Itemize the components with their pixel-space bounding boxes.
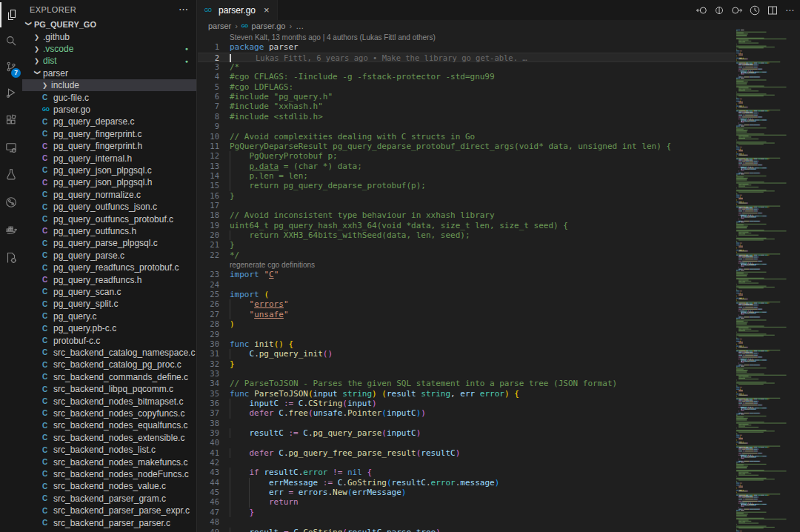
- tree-file-pg_query_deparse.c[interactable]: Cpg_query_deparse.c: [22, 116, 196, 127]
- tree-folder-include[interactable]: ❯include: [22, 79, 196, 91]
- line-number: 40: [198, 438, 219, 448]
- tree-file-guc-file.c[interactable]: Cguc-file.c: [22, 91, 196, 103]
- tree-folder-.vscode[interactable]: ❯.vscode●: [22, 43, 196, 55]
- minimap[interactable]: [736, 30, 800, 532]
- code-line: inputC := C.CString(input): [230, 399, 377, 408]
- line-number: 24: [198, 280, 219, 290]
- tree-file-src_backend_commands_define.c[interactable]: Csrc_backend_commands_define.c: [22, 371, 196, 383]
- activity-gitlens-icon[interactable]: [0, 190, 22, 215]
- tree-file-pg_query_split.c[interactable]: Cpg_query_split.c: [22, 298, 196, 310]
- tree-file-protobuf-c.c[interactable]: Cprotobuf-c.c: [22, 334, 196, 346]
- tree-file-src_backend_libpq_pqcomm.c[interactable]: Csrc_backend_libpq_pqcomm.c: [22, 383, 196, 395]
- tree-file-pg_query.c[interactable]: Cpg_query.c: [22, 310, 196, 322]
- code-row: 22*/: [198, 250, 736, 260]
- line-number: 28: [198, 319, 219, 329]
- code-row: 36 inputC := C.CString(input): [198, 399, 736, 408]
- tree-file-src_backend_nodes_nodeFuncs.c[interactable]: Csrc_backend_nodes_nodeFuncs.c: [22, 468, 196, 480]
- tree-root-pg-query-go[interactable]: ❯PG_QUERY_GO: [22, 19, 196, 30]
- item-label: src_backend_nodes_nodeFuncs.c: [53, 469, 189, 479]
- tree-file-src_backend_parser_parser.c[interactable]: Csrc_backend_parser_parser.c: [22, 516, 196, 528]
- tree-file-src_backend_nodes_equalfuncs.c[interactable]: Csrc_backend_nodes_equalfuncs.c: [22, 419, 196, 431]
- tree-file-src_backend_catalog_namespace.c[interactable]: Csrc_backend_catalog_namespace.c: [22, 347, 196, 359]
- line-number: 4: [198, 72, 219, 82]
- code-row: 13 p.data = (char *) data;: [198, 162, 736, 171]
- activity-extensions-icon[interactable]: [0, 107, 22, 133]
- more-actions-icon[interactable]: ⋯: [179, 4, 189, 15]
- c-file-icon: C: [42, 494, 53, 502]
- tree-file-pg_query_json_plpgsql.h[interactable]: Cpg_query_json_plpgsql.h: [22, 176, 196, 188]
- tree-folder-parser[interactable]: ❯parser: [22, 67, 196, 79]
- tree-file-pg_query.pb-c.c[interactable]: Cpg_query.pb-c.c: [22, 322, 196, 334]
- code-row: 29: [198, 330, 736, 339]
- tree-file-parser.go[interactable]: GOparser.go: [22, 104, 196, 116]
- code-line: resultC := C.pg_query_parse(inputC): [230, 428, 421, 438]
- tree-file-src_backend_parser_gram.c[interactable]: Csrc_backend_parser_gram.c: [22, 493, 196, 505]
- codelens-link[interactable]: regenerate cgo definitions: [230, 260, 315, 270]
- tree-file-src_backend_nodes_extensible.c[interactable]: Csrc_backend_nodes_extensible.c: [22, 432, 196, 444]
- line-number: 48: [198, 517, 219, 527]
- item-label: pg_query.c: [53, 311, 96, 322]
- tree-file-pg_query_outfuncs.h[interactable]: Cpg_query_outfuncs.h: [22, 225, 196, 237]
- tree-file-pg_query_json_plpgsql.c[interactable]: Cpg_query_json_plpgsql.c: [22, 164, 196, 176]
- tree-file-pg_query_internal.h[interactable]: Cpg_query_internal.h: [22, 152, 196, 164]
- open-changes-previous-icon[interactable]: [694, 3, 708, 17]
- activity-remote-explorer-icon[interactable]: [0, 135, 22, 160]
- tree-file-pg_query_parse.c[interactable]: Cpg_query_parse.c: [22, 250, 196, 262]
- tree-file-pg_query_parse_plpgsql.c[interactable]: Cpg_query_parse_plpgsql.c: [22, 237, 196, 249]
- activity-source-control-icon[interactable]: 7: [0, 54, 22, 79]
- code-row: 45 err = errors.New(errMessage): [198, 488, 736, 497]
- tree-file-src_backend_nodes_makefuncs.c[interactable]: Csrc_backend_nodes_makefuncs.c: [22, 456, 196, 468]
- split-editor-icon[interactable]: [765, 3, 779, 17]
- tree-file-src_backend_nodes_list.c[interactable]: Csrc_backend_nodes_list.c: [22, 444, 196, 456]
- activity-explorer-icon[interactable]: [0, 2, 22, 27]
- breadcrumb-file[interactable]: parser.go: [252, 21, 286, 30]
- tree-folder-dist[interactable]: ❯dist●: [22, 55, 196, 67]
- tree-file-src_backend_catalog_pg_proc.c[interactable]: Csrc_backend_catalog_pg_proc.c: [22, 359, 196, 370]
- activity-docker-icon[interactable]: [0, 217, 22, 242]
- open-changes-next-icon[interactable]: [730, 3, 744, 17]
- codelens-row[interactable]: Steven Kalt, 13 months ago | 4 authors (…: [198, 33, 736, 42]
- file-history-icon[interactable]: [747, 3, 761, 17]
- breadcrumb-symbol[interactable]: …: [296, 21, 304, 30]
- tree-file-pg_query_readfuncs.h[interactable]: Cpg_query_readfuncs.h: [22, 273, 196, 285]
- tree-file-pg_query_outfuncs_protobuf.c[interactable]: Cpg_query_outfuncs_protobuf.c: [22, 213, 196, 225]
- compare-revision-icon[interactable]: [712, 3, 726, 17]
- c-file-icon: C: [42, 519, 53, 527]
- activity-testing-icon[interactable]: [0, 162, 22, 187]
- line-number: 32: [198, 359, 219, 369]
- code-row: 37 defer C.free(unsafe.Pointer(inputC)): [198, 408, 736, 418]
- tab-parser-go[interactable]: GO parser.go ×: [198, 0, 278, 20]
- tree-file-src_backend_nodes_bitmapset.c[interactable]: Csrc_backend_nodes_bitmapset.c: [22, 395, 196, 407]
- item-label: pg_query_readfuncs_protobuf.c: [53, 262, 179, 273]
- codelens-link[interactable]: Steven Kalt, 13 months ago | 4 authors (…: [230, 33, 436, 42]
- chevron-right-icon: ❯: [34, 45, 43, 53]
- tree-file-pg_query_scan.c[interactable]: Cpg_query_scan.c: [22, 286, 196, 298]
- tree-file-pg_query_readfuncs_protobuf.c[interactable]: Cpg_query_readfuncs_protobuf.c: [22, 262, 196, 273]
- item-label: .github: [43, 32, 70, 42]
- tree-file-src_backend_nodes_value.c[interactable]: Csrc_backend_nodes_value.c: [22, 480, 196, 492]
- more-actions-icon[interactable]: ⋯: [783, 3, 797, 17]
- breadcrumb-folder[interactable]: parser: [208, 21, 231, 30]
- line-number: 21: [198, 240, 219, 250]
- line-number: 46: [198, 497, 219, 507]
- line-number: 23: [198, 270, 219, 279]
- code-row: 44 errMessage := C.GoString(resultC.erro…: [198, 478, 736, 488]
- code-row: 48: [198, 517, 736, 527]
- tree-file-pg_query_outfuncs_json.c[interactable]: Cpg_query_outfuncs_json.c: [22, 201, 196, 213]
- code-editor[interactable]: Steven Kalt, 13 months ago | 4 authors (…: [198, 32, 800, 532]
- tree-file-pg_query_fingerprint.c[interactable]: Cpg_query_fingerprint.c: [22, 128, 196, 140]
- code-line: PgQueryProtobuf p;: [230, 151, 338, 161]
- activity-search-icon[interactable]: [0, 28, 22, 53]
- code-line: p.data = (char *) data;: [230, 162, 362, 171]
- close-icon[interactable]: ×: [264, 4, 270, 16]
- tree-file-pg_query_normalize.c[interactable]: Cpg_query_normalize.c: [22, 189, 196, 201]
- tree-file-src_backend_nodes_copyfuncs.c[interactable]: Csrc_backend_nodes_copyfuncs.c: [22, 408, 196, 419]
- activity-run-debug-icon[interactable]: [0, 80, 22, 105]
- tree-file-src_backend_parser_parse_expr.c[interactable]: Csrc_backend_parser_parse_expr.c: [22, 505, 196, 516]
- tree-file-pg_query_fingerprint.h[interactable]: Cpg_query_fingerprint.h: [22, 140, 196, 152]
- line-number: 26: [198, 299, 219, 309]
- codelens-row[interactable]: regenerate cgo definitions: [198, 260, 736, 270]
- tree-folder-.github[interactable]: ❯.github: [22, 30, 196, 42]
- activity-file-settings-icon[interactable]: [0, 245, 22, 270]
- code-row: 1package parser: [198, 42, 736, 52]
